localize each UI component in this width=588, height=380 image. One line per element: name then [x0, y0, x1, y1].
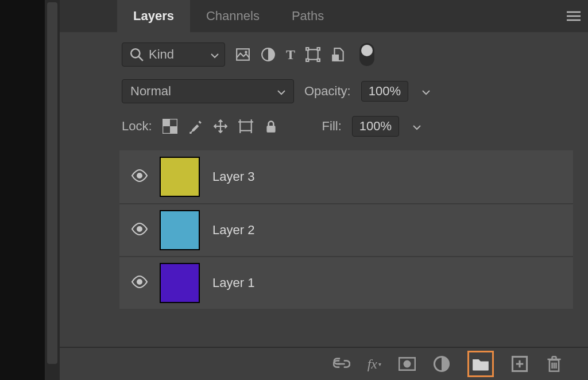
link-layers-icon[interactable]: [333, 355, 350, 373]
layer-fx-icon[interactable]: fx▾: [368, 356, 381, 372]
lock-all-icon[interactable]: [264, 119, 278, 134]
panel-menu-icon[interactable]: [559, 0, 588, 32]
lock-brush-icon[interactable]: [188, 119, 203, 134]
lock-artboard-icon[interactable]: [238, 119, 253, 134]
layer-row[interactable]: Layer 3: [119, 150, 573, 203]
visibility-toggle[interactable]: [119, 223, 160, 238]
layers-panel: Layers Channels Paths Kind T: [60, 0, 588, 380]
layer-filter-row: Kind T: [60, 32, 588, 67]
svg-rect-11: [306, 59, 308, 61]
layer-thumbnail[interactable]: [160, 157, 200, 197]
svg-point-28: [137, 226, 142, 232]
canvas-scrollbar-thumb[interactable]: [47, 2, 57, 364]
layer-list: Layer 3Layer 2Layer 1: [119, 150, 573, 309]
filter-shape-icon[interactable]: [305, 47, 320, 62]
filter-smartobject-icon[interactable]: [331, 47, 346, 62]
new-layer-icon[interactable]: [511, 355, 528, 373]
search-icon: [129, 47, 144, 62]
layer-row[interactable]: Layer 2: [119, 203, 573, 256]
svg-rect-15: [163, 119, 170, 126]
fill-label: Fill:: [322, 119, 342, 134]
filter-toggle[interactable]: [359, 43, 374, 66]
svg-rect-9: [306, 48, 308, 50]
panel-tab-bar: Layers Channels Paths: [60, 0, 588, 32]
tab-paths[interactable]: Paths: [276, 0, 340, 32]
lock-move-icon[interactable]: [213, 119, 228, 134]
blend-mode-dropdown[interactable]: Normal: [122, 79, 294, 103]
svg-rect-26: [266, 126, 275, 133]
filter-pixel-icon[interactable]: [235, 47, 250, 62]
delete-layer-icon[interactable]: [546, 355, 563, 373]
fill-value[interactable]: 100%: [352, 116, 399, 137]
blend-row: Normal Opacity: 100%: [60, 67, 588, 103]
layer-name[interactable]: Layer 2: [212, 223, 254, 238]
svg-rect-8: [308, 49, 318, 59]
adjustment-layer-icon[interactable]: [433, 355, 450, 373]
chevron-down-icon: [277, 84, 285, 99]
layer-name[interactable]: Layer 3: [212, 169, 254, 184]
blend-mode-value: Normal: [130, 84, 171, 99]
svg-point-3: [131, 49, 140, 57]
canvas-area: [0, 0, 45, 380]
tab-channels[interactable]: Channels: [190, 0, 276, 32]
filter-kind-label: Kind: [149, 47, 174, 62]
svg-rect-12: [318, 59, 320, 61]
svg-point-32: [404, 360, 411, 368]
svg-rect-13: [332, 55, 339, 61]
opacity-label: Opacity:: [304, 84, 351, 99]
svg-line-4: [138, 56, 143, 61]
layer-thumbnail[interactable]: [160, 210, 200, 250]
filter-type-icon[interactable]: T: [286, 47, 295, 62]
layer-thumbnail[interactable]: [160, 263, 200, 303]
tab-layers[interactable]: Layers: [117, 0, 190, 32]
fill-chevron[interactable]: [409, 119, 424, 134]
eye-icon: [131, 276, 148, 290]
chevron-down-icon: [205, 47, 225, 62]
visibility-toggle[interactable]: [119, 169, 160, 184]
svg-point-27: [137, 173, 142, 179]
layers-bottom-bar: fx▾: [60, 347, 588, 380]
svg-point-6: [245, 51, 247, 53]
lock-row: Lock: Fill: 100%: [60, 103, 588, 137]
new-group-button[interactable]: [467, 351, 494, 377]
filter-kind-dropdown[interactable]: Kind: [122, 42, 225, 67]
opacity-chevron[interactable]: [419, 84, 434, 99]
opacity-value[interactable]: 100%: [361, 81, 408, 102]
svg-rect-19: [240, 122, 252, 130]
filter-adjustment-icon[interactable]: [261, 47, 276, 62]
lock-transparency-icon[interactable]: [163, 119, 177, 134]
layer-mask-icon[interactable]: [399, 355, 416, 373]
visibility-toggle[interactable]: [119, 276, 160, 290]
folder-icon: [472, 355, 489, 373]
layer-row[interactable]: Layer 1: [119, 256, 573, 309]
layer-name[interactable]: Layer 1: [212, 276, 254, 290]
svg-point-29: [137, 279, 142, 285]
eye-icon: [131, 223, 148, 238]
eye-icon: [131, 169, 148, 184]
lock-label: Lock:: [122, 119, 152, 134]
svg-rect-16: [170, 126, 177, 134]
svg-rect-10: [318, 48, 320, 50]
